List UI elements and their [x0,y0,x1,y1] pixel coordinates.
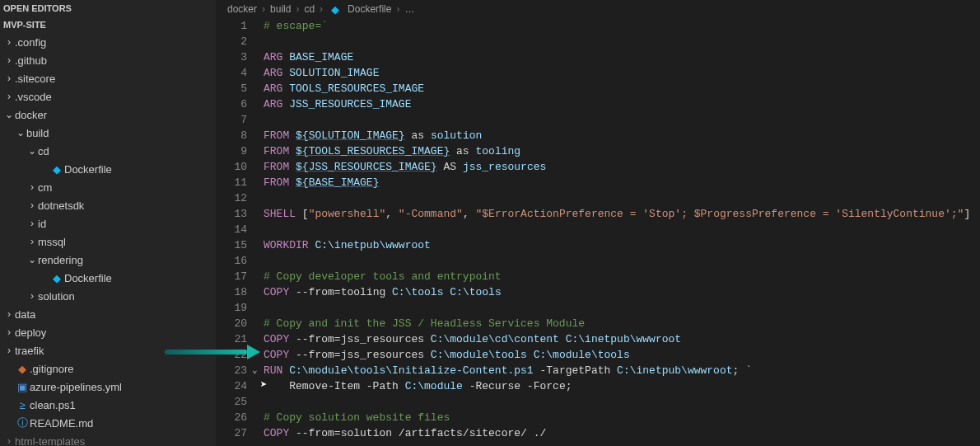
chevron-right-icon: › [3,326,15,338]
code-line[interactable] [264,222,980,237]
code-line[interactable]: SHELL ["powershell", "-Command", "$Error… [264,206,980,222]
breadcrumb-item[interactable]: docker [227,3,257,15]
line-number: 5 [216,81,247,96]
chevron-right-icon: › [3,54,15,66]
token-plain: ] [964,208,970,220]
code-line[interactable]: FROM ${TOOLS_RESOURCES_IMAGE} as tooling [264,143,980,159]
editor-pane: docker › build › cd › ◆ Dockerfile › … 1… [216,0,980,446]
line-number: 15 [216,237,247,253]
breadcrumbs[interactable]: docker › build › cd › ◆ Dockerfile › … [216,0,980,18]
fold-chevron-icon[interactable]: ⌄ [252,363,258,378]
code-line[interactable]: FROM ${JSS_RESOURCES_IMAGE} AS jss_resou… [264,159,980,175]
tree-folder[interactable]: ⌄build [0,124,216,142]
chevron-right-icon: › [3,91,15,102]
code-line[interactable] [264,34,980,49]
line-number: 21 [216,331,247,347]
tree-file[interactable]: ▣azure-pipelines.yml [0,378,216,396]
token-string: "powershell" [309,208,386,220]
code-line[interactable] [264,112,980,128]
breadcrumb-item[interactable]: build [270,3,291,15]
tree-folder[interactable]: ›deploy [0,323,216,341]
token-var: ${SOLUTION_IMAGE} [296,129,405,142]
project-name-header[interactable]: MVP-SITE [0,16,216,33]
code-line[interactable]: WORKDIR C:\inetpub\wwwroot [264,237,980,253]
code-line[interactable]: ARG TOOLS_RESOURCES_IMAGE [264,81,980,96]
code-line[interactable]: RUN C:\module\tools\Initialize-Content.p… [264,363,980,378]
token-varplain: C:\module\cd\content [431,333,559,345]
code-line[interactable]: # escape=` [264,18,980,34]
code-line[interactable]: Remove-Item -Path C:\module -Recurse -Fo… [264,378,980,394]
tree-folder[interactable]: ⌄rendering [0,251,216,269]
code-line[interactable] [264,300,980,316]
tree-file[interactable]: ◆Dockerfile [0,269,216,287]
token-keyword: SHELL [264,208,296,220]
line-number: 18 [216,284,247,300]
open-editors-header[interactable]: OPEN EDITORS [0,0,216,16]
line-number: 27 [216,425,247,441]
code-line[interactable] [264,190,980,206]
tree-item-label: README.md [30,417,93,430]
tree-folder[interactable]: ›solution [0,287,216,305]
file-tree[interactable]: ›.config›.github›.sitecore›.vscode⌄docke… [0,33,216,446]
tree-item-label: .gitignore [30,363,73,375]
tree-folder[interactable]: ⌄cd [0,142,216,160]
token-var: ${TOOLS_RESOURCES_IMAGE} [296,145,450,157]
tree-folder[interactable]: ›traefik [0,341,216,359]
tree-file[interactable]: ◆.gitignore [0,359,216,378]
line-number: 16 [216,253,247,269]
token-keyword: COPY [264,349,289,361]
token-plain: --from=jss_resources [289,333,431,345]
code-editor[interactable]: 1234567891011121314151617181920212223242… [216,18,980,446]
code-line[interactable]: COPY --from=jss_resources C:\module\tool… [264,347,980,363]
token-varplain: BASE_IMAGE [289,51,353,63]
token-comment: # Copy developer tools and entrypoint [264,270,502,283]
tree-folder[interactable]: ›.vscode [0,87,216,106]
tree-file[interactable]: ⓘREADME.md [0,414,216,432]
code-line[interactable]: # Copy and init the JSS / Headless Servi… [264,316,980,331]
code-line[interactable]: ARG SOLUTION_IMAGE [264,65,980,81]
tree-file[interactable]: ≥clean.ps1 [0,396,216,414]
sidebar-explorer[interactable]: OPEN EDITORS MVP-SITE ›.config›.github›.… [0,0,216,446]
line-number: 12 [216,190,247,206]
docker-icon: ◆ [49,163,64,176]
chevron-right-icon: › [26,181,38,193]
line-number: 22 [216,347,247,363]
token-varplain: SOLUTION_IMAGE [289,67,379,79]
code-line[interactable]: COPY --from=solution /artifacts/sitecore… [264,425,980,441]
breadcrumb-item[interactable]: … [404,3,414,15]
chevron-right-icon: › [262,3,265,15]
code-line[interactable]: COPY --from=jss_resources C:\module\cd\c… [264,331,980,347]
tree-folder[interactable]: ›mssql [0,232,216,251]
tree-folder[interactable]: ›.github [0,51,216,69]
breadcrumb-item[interactable]: cd [304,3,315,15]
code-line[interactable]: FROM ${SOLUTION_IMAGE} as solution [264,128,980,143]
tree-folder[interactable]: ›.config [0,33,216,51]
code-content[interactable]: # escape=` ARG BASE_IMAGEARG SOLUTION_IM… [264,18,980,446]
chevron-right-icon: › [3,73,15,84]
token-plain: Remove-Item -Path [264,380,405,392]
token-plain: -TargetPath [534,364,617,377]
token-plain: -Recurse -Force; [463,380,572,392]
tree-folder[interactable]: ›cm [0,178,216,196]
tree-file[interactable]: ◆Dockerfile [0,160,216,178]
tree-folder[interactable]: ›.sitecore [0,69,216,87]
code-line[interactable]: ARG JSS_RESOURCES_IMAGE [264,96,980,112]
token-plain [289,145,296,157]
tree-folder[interactable]: ›html-templates [0,432,216,446]
token-plain [527,349,534,361]
code-line[interactable]: COPY --from=tooling C:\tools C:\tools [264,284,980,300]
code-line[interactable]: # Copy developer tools and entrypoint [264,269,980,284]
tree-folder[interactable]: ›data [0,305,216,323]
code-line[interactable]: ARG BASE_IMAGE [264,49,980,65]
code-line[interactable] [264,394,980,410]
tree-folder[interactable]: ›dotnetsdk [0,196,216,214]
code-line[interactable]: FROM ${BASE_IMAGE} [264,175,980,190]
token-plain: ; ` [733,364,752,377]
token-varplain: JSS_RESOURCES_IMAGE [289,98,411,110]
code-line[interactable] [264,253,980,269]
tree-folder[interactable]: ⌄docker [0,106,216,124]
breadcrumb-item[interactable]: Dockerfile [348,3,391,15]
code-line[interactable]: # Copy solution website files [264,410,980,425]
tree-folder[interactable]: ›id [0,214,216,232]
token-comment: # Copy and init the JSS / Headless Servi… [264,317,585,330]
